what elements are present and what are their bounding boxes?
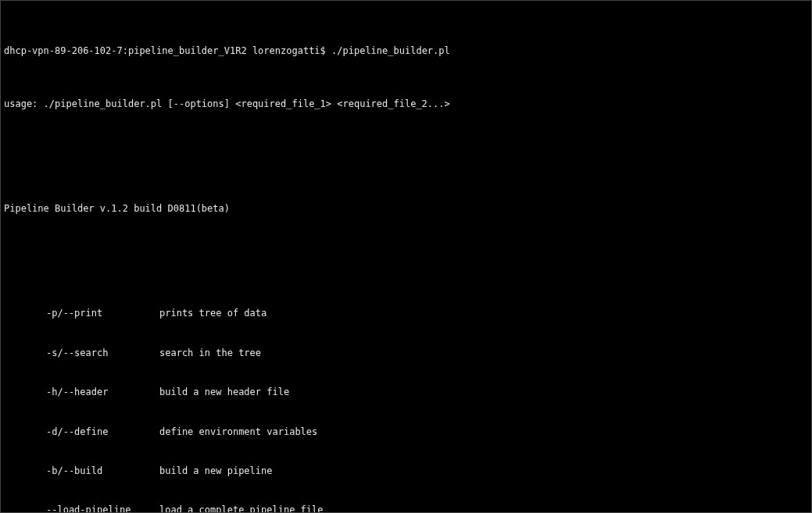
option-indent	[4, 347, 46, 360]
option-desc: search in the tree	[159, 347, 261, 360]
prompt-line-1: dhcp-vpn-89-206-102-7:pipeline_builder_V…	[4, 45, 808, 58]
option-flag: -d/--define	[46, 426, 159, 439]
option-row: -d/--define define environment variables	[4, 426, 808, 439]
option-row: --load-pipeline load a complete pipeline…	[4, 504, 808, 513]
option-indent	[4, 426, 46, 439]
entered-command: ./pipeline_builder.pl	[331, 45, 450, 58]
option-flag: --load-pipeline	[46, 504, 159, 513]
option-indent	[4, 386, 46, 399]
option-desc: build a new header file	[159, 386, 289, 399]
terminal-output[interactable]: dhcp-vpn-89-206-102-7:pipeline_builder_V…	[4, 5, 808, 513]
option-row: -s/--search search in the tree	[4, 347, 808, 360]
option-indent	[4, 504, 46, 513]
option-row: -h/--header build a new header file	[4, 386, 808, 399]
blank-line	[4, 255, 808, 268]
option-flag: -b/--build	[46, 465, 159, 478]
usage-line: usage: ./pipeline_builder.pl [--options]…	[4, 98, 808, 111]
option-desc: load a complete pipeline file	[159, 504, 324, 513]
option-flag: -s/--search	[46, 347, 159, 360]
option-indent	[4, 307, 46, 320]
option-flag: -p/--print	[46, 307, 159, 320]
blank-line	[4, 150, 808, 163]
version-line: Pipeline Builder v.1.2 build D0811(beta)	[4, 202, 808, 216]
option-row: -p/--print prints tree of data	[4, 307, 808, 320]
option-desc: define environment variables	[159, 426, 317, 439]
option-desc: prints tree of data	[159, 307, 266, 320]
option-flag: -h/--header	[46, 386, 159, 399]
option-row: -b/--build build a new pipeline	[4, 465, 808, 478]
shell-prompt: dhcp-vpn-89-206-102-7:pipeline_builder_V…	[4, 45, 331, 58]
option-indent	[4, 465, 46, 478]
option-desc: build a new pipeline	[159, 465, 273, 478]
